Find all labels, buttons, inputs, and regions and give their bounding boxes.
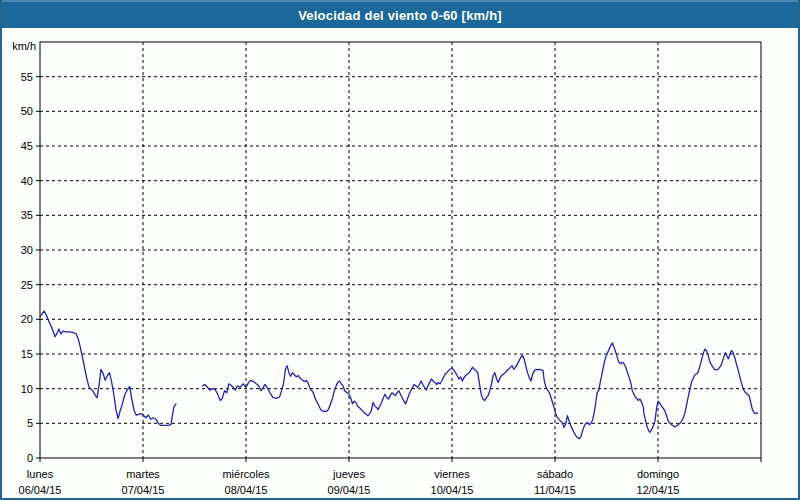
x-date-label: 10/04/15 — [431, 484, 474, 496]
x-date-label: 11/04/15 — [534, 484, 576, 496]
y-tick-label: 45 — [21, 140, 33, 152]
y-tick-label: 5 — [27, 417, 33, 429]
x-date-label: 06/04/15 — [19, 484, 62, 496]
y-tick-label: 30 — [21, 244, 33, 256]
y-tick-label: 35 — [21, 209, 33, 221]
y-tick-label: 55 — [21, 71, 33, 83]
y-tick-label: 20 — [21, 313, 33, 325]
wind-speed-chart-window: Velocidad del viento 0-60 [km/h] 0510152… — [0, 0, 800, 500]
x-date-label: 07/04/15 — [122, 484, 165, 496]
x-date-label: 12/04/15 — [637, 484, 680, 496]
x-date-label: 08/04/15 — [225, 484, 268, 496]
y-tick-label: 40 — [21, 175, 33, 187]
x-date-label: 09/04/15 — [328, 484, 371, 496]
y-axis-unit-label: km/h — [12, 40, 36, 52]
x-day-label: domingo — [637, 468, 679, 480]
wind-speed-line — [203, 343, 758, 439]
wind-speed-chart: 0510152025303540455055km/hlunes06/04/15m… — [0, 0, 800, 500]
x-day-label: viernes — [434, 468, 470, 480]
y-tick-label: 10 — [21, 383, 33, 395]
x-day-label: martes — [126, 468, 160, 480]
y-tick-label: 15 — [21, 348, 33, 360]
y-tick-label: 0 — [27, 452, 33, 464]
x-day-label: sábado — [537, 468, 573, 480]
y-tick-label: 50 — [21, 105, 33, 117]
y-tick-label: 25 — [21, 279, 33, 291]
wind-speed-line — [40, 311, 176, 425]
x-day-label: jueves — [332, 468, 365, 480]
x-day-label: miércoles — [222, 468, 270, 480]
x-day-label: lunes — [27, 468, 54, 480]
